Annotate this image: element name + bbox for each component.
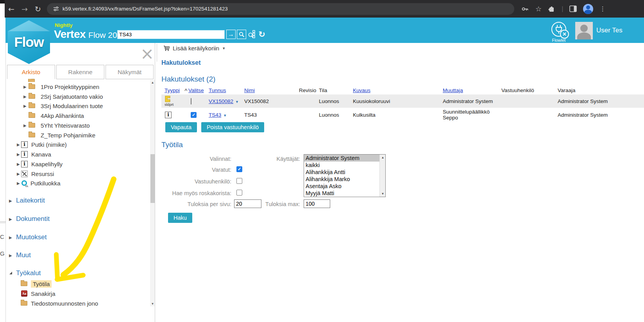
chevron-right-icon[interactable]: ▶ <box>23 94 27 99</box>
chevron-right-icon[interactable]: ▶ <box>23 123 27 128</box>
chevron-right-icon[interactable]: ▶ <box>9 217 13 221</box>
browser-back-icon[interactable]: ← <box>5 5 18 13</box>
extensions-puzzle-icon[interactable] <box>548 5 555 12</box>
user-avatar[interactable] <box>575 22 593 39</box>
chevron-right-icon[interactable]: ▶ <box>23 85 27 89</box>
chevron-right-icon[interactable]: ▶ <box>17 181 21 185</box>
password-key-icon[interactable] <box>521 5 529 13</box>
tree-item-label[interactable]: Putkiluokka <box>30 180 61 187</box>
chevron-right-icon[interactable]: ▶ <box>9 253 13 258</box>
chevron-down-icon[interactable]: ▼ <box>222 46 225 50</box>
roskakori-checkbox[interactable] <box>236 190 242 196</box>
listbox-option[interactable]: Asentaja Asko <box>304 183 385 190</box>
varatut-checkbox[interactable]: ✓ <box>236 166 242 172</box>
tree-item[interactable]: ▶3Srj Modulaarinen tuote <box>6 101 103 110</box>
tree-item-label[interactable]: Työtila <box>31 280 52 288</box>
flowlet-button[interactable]: ✕ Flowlet <box>547 22 571 43</box>
tree-item-label[interactable]: Z_Temp Pohjanimike <box>41 132 95 139</box>
tree-item[interactable]: ▶2Srj Sarjatuotanto vakio <box>6 92 103 101</box>
collect-basket-dropdown[interactable]: Lisää keräilykoriin ▼ <box>163 45 225 52</box>
tree-item-muunnosjono[interactable]: Tiedostomuunnosten jono <box>6 299 98 308</box>
structure-search-icon[interactable] <box>248 30 257 39</box>
chevron-right-icon[interactable]: ▶ <box>23 104 27 108</box>
col-tunnus[interactable]: Tunnus <box>209 87 244 93</box>
browser-reload-icon[interactable]: ↻ <box>31 5 45 13</box>
scrollbar-thumb[interactable] <box>150 154 155 203</box>
tree-item-tyotila[interactable]: Työtila <box>6 279 52 288</box>
browser-forward-icon[interactable]: → <box>18 5 31 13</box>
tree-item-label[interactable]: 4Akp Alihankinta <box>41 112 84 119</box>
tree-item-label[interactable]: Resurssi <box>31 171 54 177</box>
chevron-right-icon[interactable]: ▶ <box>17 142 21 147</box>
listbox-option-selected[interactable]: Administrator System <box>304 155 385 162</box>
tree-item-label[interactable]: Kaapelihylly <box>31 161 63 167</box>
tree-item[interactable]: ▶ Resurssi <box>6 169 54 178</box>
collect-basket-label[interactable]: Lisää keräilykoriin <box>173 45 219 52</box>
listbox-scrollbar[interactable]: ▲ ▼ <box>379 155 385 197</box>
tree-item-label[interactable]: 3Srj Modulaarinen tuote <box>41 103 103 109</box>
tree-item-label[interactable]: 1Pro Projektityyppinen <box>41 84 99 90</box>
browser-profile-avatar[interactable] <box>583 4 593 14</box>
sidebar-section[interactable]: ▶Laitekortit <box>6 196 45 205</box>
sidebar-section-tyokalut[interactable]: Työkalut <box>6 269 41 278</box>
bookmark-star-icon[interactable]: ☆ <box>535 5 542 13</box>
chevron-right-icon[interactable]: ▶ <box>17 152 21 157</box>
chevron-down-icon[interactable]: ▼ <box>235 100 239 104</box>
vapauta-button[interactable]: Vapauta <box>165 122 197 132</box>
quick-search-input[interactable] <box>117 30 225 39</box>
col-nimi[interactable]: Nimi <box>244 87 299 93</box>
chevron-right-icon[interactable]: ▶ <box>9 199 13 203</box>
table-row[interactable]: sldprt VX150082▼ VX150082 Luonnos Kuusio… <box>161 94 644 108</box>
row-checkbox-checked[interactable]: ✓ <box>191 112 197 118</box>
scroll-up-icon[interactable]: ▲ <box>380 155 386 160</box>
site-settings-icon[interactable] <box>53 6 59 12</box>
row-checkbox[interactable] <box>191 98 191 105</box>
section-label[interactable]: Laitekortit <box>16 197 45 205</box>
chevron-right-icon[interactable]: ▶ <box>17 162 21 166</box>
side-panel-icon[interactable] <box>569 5 577 12</box>
listbox-option[interactable]: Alihankkija Marko <box>304 176 385 183</box>
tree-item-label[interactable]: Putki (nimike) <box>31 141 67 148</box>
sidebar-section[interactable]: ▶Dokumentit <box>6 215 50 223</box>
col-tyyppi[interactable]: Tyyppi^ <box>161 87 188 93</box>
tree-item-label[interactable]: 5Yht Yhteisvarasto <box>41 122 90 129</box>
tree-item[interactable]: ▶iKaapelihylly <box>6 160 63 168</box>
vastuuhenkilo-checkbox[interactable] <box>236 178 242 184</box>
tab-nakymat[interactable]: Näkymät <box>106 65 154 79</box>
section-label[interactable]: Muut <box>16 251 31 259</box>
poista-vastuuhenkilo-button[interactable]: Poista vastuuhenkilö <box>201 122 264 132</box>
sidebar-section[interactable]: ▶Muut <box>6 251 31 260</box>
section-label[interactable]: Dokumentit <box>16 215 50 223</box>
section-label[interactable]: Työkalut <box>16 269 41 277</box>
chevron-right-icon[interactable]: ▶ <box>17 172 21 176</box>
tree-item[interactable]: 4Akp Alihankinta <box>6 111 84 120</box>
item-link[interactable]: TS43 <box>209 112 221 118</box>
browser-menu-icon[interactable]: ⋮ <box>599 5 606 12</box>
tab-rakenne[interactable]: Rakenne <box>56 65 104 79</box>
listbox-option[interactable]: Alihankkija Antti <box>304 169 385 176</box>
tree-item-sanakirja[interactable]: AaSanakirja <box>6 289 55 298</box>
sidebar-section[interactable]: ▶Muutokset <box>6 233 47 242</box>
max-input[interactable] <box>304 199 330 208</box>
col-valitse[interactable]: Valitse <box>188 87 209 93</box>
chevron-right-icon[interactable]: ▶ <box>9 235 13 240</box>
scroll-down-icon[interactable]: ▼ <box>380 191 386 197</box>
col-muuttaja[interactable]: Muuttaja <box>443 87 501 93</box>
tree-item-label[interactable]: Kanava <box>31 151 51 158</box>
section-label[interactable]: Muutokset <box>16 233 47 241</box>
tree-item-label[interactable]: Sanakirja <box>31 290 55 297</box>
search-magnifier-button[interactable] <box>237 30 246 39</box>
tree-item[interactable]: ▶iPutki (nimike) <box>6 140 67 149</box>
tab-arkisto[interactable]: Arkisto <box>7 65 55 79</box>
tree-item-label[interactable]: 2Srj Sarjatuotanto vakio <box>41 93 103 100</box>
listbox-option[interactable]: Myyjä Matti <box>304 190 385 197</box>
tree-item[interactable]: ▶iKanava <box>6 150 51 158</box>
item-link[interactable]: VX150082 <box>209 98 233 104</box>
tree-item[interactable]: ▶Putkiluokka <box>6 179 61 187</box>
listbox-option[interactable]: kaikki <box>304 162 385 169</box>
tree-item-label[interactable]: Tiedostomuunnosten jono <box>31 300 98 307</box>
users-listbox[interactable]: Administrator System kaikki Alihankkija … <box>304 154 386 197</box>
col-kuvaus[interactable]: Kuvaus <box>353 87 443 93</box>
chevron-expanded-icon[interactable] <box>9 271 13 276</box>
tree-item[interactable]: ▶1Pro Projektityyppinen <box>6 82 99 91</box>
